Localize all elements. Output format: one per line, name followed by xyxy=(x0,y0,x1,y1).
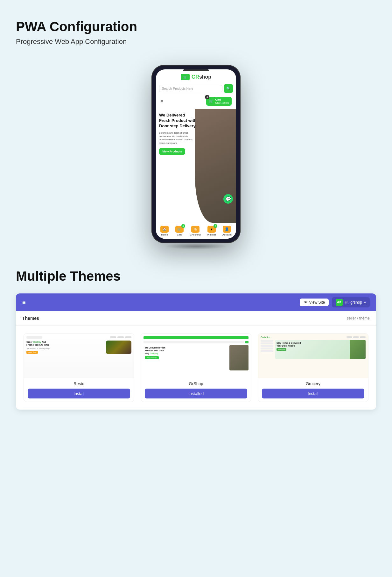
pwa-section: PWA Configuration Progressive Web App Co… xyxy=(16,19,376,243)
grocery-header: Grabbies xyxy=(261,336,366,338)
resto-cta-btn: Order Now xyxy=(26,351,38,354)
cart-nav-badge: 4 xyxy=(181,224,185,228)
eye-icon: 👁 xyxy=(304,300,307,305)
grshop-topbar xyxy=(144,336,248,339)
phone-hero: We Delivered Fresh Product with Door ste… xyxy=(156,109,236,223)
theme-preview-resto: Order Healthy AndFresh Food Any Time The… xyxy=(24,334,134,378)
nav-item-checkout[interactable]: 🏷️ Checkout xyxy=(190,226,201,236)
grshop-img-inner xyxy=(229,345,248,370)
cart-badge: 4 xyxy=(205,95,209,99)
grshop-hero: We Delivered FreshProduct with Doorstep … xyxy=(144,345,248,370)
theme-name-resto: Resto xyxy=(28,381,130,386)
resto-hero: Order Healthy AndFresh Food Any Time The… xyxy=(26,341,131,354)
whatsapp-button[interactable]: 💬 xyxy=(223,194,233,204)
theme-card-footer-resto: Resto Install xyxy=(24,378,134,402)
grocery-hero-title: Stay Home & DeliveredYour Daily Need's xyxy=(276,341,301,347)
phone: 🛒 GRshop Search Products Here 🔍 xyxy=(151,65,241,243)
phone-header: 🛒 GRshop Search Products Here 🔍 xyxy=(156,69,236,109)
theme-card-footer-grocery: Grocery Install xyxy=(258,378,368,402)
pwa-subtitle: Progressive Web App Configuration xyxy=(16,38,376,46)
phone-mockup-container: 🛒 GRshop Search Products Here 🔍 xyxy=(16,65,376,243)
phone-screen: 🛒 GRshop Search Products Here 🔍 xyxy=(156,69,236,239)
cart-label: Cart xyxy=(215,98,229,102)
nav-item-cart[interactable]: 4 🛒 Cart xyxy=(175,226,184,236)
grocery-img-right xyxy=(350,340,366,359)
phone-shadow xyxy=(164,243,228,250)
nav-item-account[interactable]: 👤 Account xyxy=(222,226,232,236)
theme-card-footer-grshop: GrShop Installed xyxy=(141,378,251,402)
grocery-hero: Stay Home & DeliveredYour Daily Need's S… xyxy=(261,340,366,359)
view-site-button[interactable]: 👁 View Site xyxy=(300,299,329,306)
theme-preview-grshop: We Delivered FreshProduct with Doorstep … xyxy=(141,334,251,378)
phone-search-input[interactable]: Search Products Here xyxy=(159,85,222,92)
theme-card-grocery: Grabbies xyxy=(258,333,368,402)
resto-hero-right xyxy=(106,341,131,354)
grshop-search-btn xyxy=(245,341,248,343)
themes-title: Multiple Themes xyxy=(16,269,376,284)
account-icon: 👤 xyxy=(223,226,231,233)
theme-name-grshop: GrShop xyxy=(145,381,247,386)
grocery-sidebar-item xyxy=(261,340,273,342)
wishlist-badge: 0 xyxy=(214,224,217,228)
grocery-sidebar-item xyxy=(261,348,273,349)
phone-hero-title: We Delivered Fresh Product with Door ste… xyxy=(159,113,197,129)
nav-label-account: Account xyxy=(222,233,232,236)
cart-text: Cart USD 409.00 xyxy=(215,98,229,104)
grshop-hero-img xyxy=(229,345,248,370)
chevron-down-icon: ▾ xyxy=(364,300,366,305)
user-menu-button[interactable]: GR Hi, grshop ▾ xyxy=(332,297,370,307)
phone-search-row: Search Products Here 🔍 xyxy=(159,84,233,93)
admin-hamburger-icon[interactable]: ≡ xyxy=(22,299,26,306)
grshop-search-box xyxy=(144,341,244,343)
nav-item-home[interactable]: 🏠 Home xyxy=(160,226,169,236)
grshop-hero-content: We Delivered FreshProduct with Doorstep … xyxy=(144,345,228,370)
phone-wrapper: 🛒 GRshop Search Products Here 🔍 xyxy=(151,65,241,243)
cart-button[interactable]: 4 🛒 Cart USD 409.00 xyxy=(206,97,232,106)
admin-breadcrumb: Themes seller / theme xyxy=(16,311,376,326)
nav-label-cart: Cart xyxy=(177,233,182,236)
resto-logo-bar xyxy=(26,336,42,339)
theme-card-grshop: We Delivered FreshProduct with Doorstep … xyxy=(141,333,251,402)
admin-topbar-right: 👁 View Site GR Hi, grshop ▾ xyxy=(300,297,370,307)
grocery-cta-btn: Shop Now xyxy=(276,348,286,351)
nav-item-wishlist[interactable]: 0 ♥ Wishlist xyxy=(207,226,216,236)
page-title: Themes xyxy=(22,316,39,321)
resto-food-image xyxy=(106,341,131,354)
cart-nav-icon: 4 🛒 xyxy=(175,226,184,233)
phone-search-button[interactable]: 🔍 xyxy=(224,84,233,93)
nav-label-home: Home xyxy=(161,233,168,236)
grocery-sidebar xyxy=(261,340,273,359)
grocery-sidebar-item xyxy=(261,350,273,352)
grocery-hero-img: Stay Home & DeliveredYour Daily Need's S… xyxy=(275,340,366,359)
install-button-grocery[interactable]: Install xyxy=(262,389,364,398)
cart-price: USD 409.00 xyxy=(215,102,229,105)
install-button-grshop[interactable]: Installed xyxy=(145,389,247,398)
theme-name-grocery: Grocery xyxy=(262,381,364,386)
theme-preview-grocery: Grabbies xyxy=(258,334,368,378)
grocery-nav-items xyxy=(346,336,366,338)
install-button-resto[interactable]: Install xyxy=(28,389,130,398)
grocery-logo: Grabbies xyxy=(261,336,270,338)
hamburger-icon[interactable]: ≡ xyxy=(160,99,163,104)
admin-topbar: ≡ 👁 View Site GR Hi, grshop ▾ xyxy=(16,293,376,311)
themes-section: Multiple Themes ≡ 👁 View Site GR Hi, grs… xyxy=(16,269,376,410)
phone-hero-cta-button[interactable]: View Products xyxy=(159,148,185,155)
grocery-main: Stay Home & DeliveredYour Daily Need's S… xyxy=(275,340,366,359)
phone-nav-row: ≡ 4 🛒 Cart USD 409.00 xyxy=(159,95,233,107)
grshop-search xyxy=(144,341,248,343)
nav-label-wishlist: Wishlist xyxy=(207,233,216,236)
resto-hero-left: Order Healthy AndFresh Food Any Time The… xyxy=(26,341,104,354)
resto-hero-title: Order Healthy AndFresh Food Any Time xyxy=(26,341,104,346)
nav-label-checkout: Checkout xyxy=(190,233,201,236)
pwa-title: PWA Configuration xyxy=(16,19,376,34)
phone-logo: 🛒 GRshop xyxy=(159,73,233,81)
grshop-cta-btn: View Products xyxy=(145,356,159,359)
grocery-sidebar-item xyxy=(261,342,273,344)
theme-cards-grid: Order Healthy AndFresh Food Any Time The… xyxy=(16,326,376,410)
admin-panel: ≡ 👁 View Site GR Hi, grshop ▾ Themes sel… xyxy=(16,293,376,410)
theme-card-resto: Order Healthy AndFresh Food Any Time The… xyxy=(24,333,134,402)
logo-icon: 🛒 xyxy=(181,74,190,80)
grshop-hero-title: We Delivered FreshProduct with Doorstep … xyxy=(145,346,227,355)
phone-hero-image xyxy=(195,109,236,223)
grocery-sidebar-item xyxy=(261,345,273,347)
